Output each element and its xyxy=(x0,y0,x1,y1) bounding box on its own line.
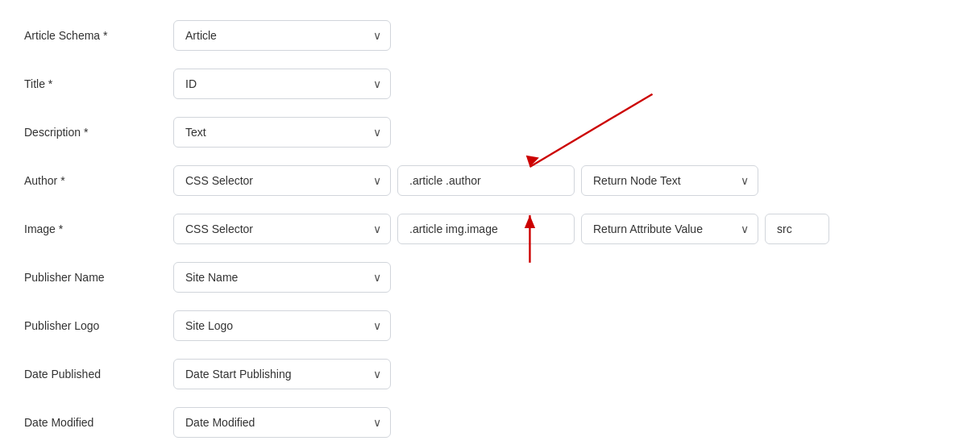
controls-description: TextIDCSS Selector∨ xyxy=(173,117,956,148)
form-container: Article Schema *ArticleNewsArticleBlogPo… xyxy=(24,16,956,442)
text-input-author-1[interactable] xyxy=(397,165,575,196)
label-date-modified: Date Modified xyxy=(24,416,173,429)
form-row-author: Author *CSS SelectorTextID∨Return Node T… xyxy=(24,161,956,200)
controls-author: CSS SelectorTextID∨Return Node TextRetur… xyxy=(173,165,956,196)
controls-date-published: Date Start PublishingCSS Selector∨ xyxy=(173,359,956,389)
form-row-title: Title *IDTextCSS Selector∨ xyxy=(24,64,956,103)
select-wrapper-publisher-name-0: Site NameCSS SelectorText∨ xyxy=(173,262,391,293)
select-date-modified-0[interactable]: Date ModifiedCSS Selector xyxy=(173,407,391,438)
select-title-0[interactable]: IDTextCSS Selector xyxy=(173,69,391,99)
select-wrapper-author-2: Return Node TextReturn Attribute Value∨ xyxy=(581,165,758,196)
controls-title: IDTextCSS Selector∨ xyxy=(173,69,956,99)
text-input-image-3[interactable] xyxy=(765,214,829,244)
select-wrapper-image-0: CSS SelectorTextID∨ xyxy=(173,214,391,244)
label-date-published: Date Published xyxy=(24,368,173,381)
text-input-image-1[interactable] xyxy=(397,214,575,244)
label-publisher-name: Publisher Name xyxy=(24,271,173,284)
form-row-image: Image *CSS SelectorTextID∨Return Attribu… xyxy=(24,210,956,248)
label-article-schema: Article Schema * xyxy=(24,29,173,42)
label-author: Author * xyxy=(24,174,173,187)
select-description-0[interactable]: TextIDCSS Selector xyxy=(173,117,391,148)
select-image-2[interactable]: Return Attribute ValueReturn Node Text xyxy=(581,214,758,244)
controls-publisher-logo: Site LogoCSS SelectorText∨ xyxy=(173,310,956,341)
select-author-2[interactable]: Return Node TextReturn Attribute Value xyxy=(581,165,758,196)
select-wrapper-description-0: TextIDCSS Selector∨ xyxy=(173,117,391,148)
select-wrapper-article-schema-0: ArticleNewsArticleBlogPosting∨ xyxy=(173,20,391,51)
label-image: Image * xyxy=(24,222,173,235)
select-date-published-0[interactable]: Date Start PublishingCSS Selector xyxy=(173,359,391,389)
select-wrapper-author-0: CSS SelectorTextID∨ xyxy=(173,165,391,196)
select-article-schema-0[interactable]: ArticleNewsArticleBlogPosting xyxy=(173,20,391,51)
form-row-date-modified: Date ModifiedDate ModifiedCSS Selector∨ xyxy=(24,403,956,442)
select-image-0[interactable]: CSS SelectorTextID xyxy=(173,214,391,244)
select-publisher-logo-0[interactable]: Site LogoCSS SelectorText xyxy=(173,310,391,341)
select-wrapper-title-0: IDTextCSS Selector∨ xyxy=(173,69,391,99)
form-row-description: Description *TextIDCSS Selector∨ xyxy=(24,113,956,152)
select-author-0[interactable]: CSS SelectorTextID xyxy=(173,165,391,196)
label-description: Description * xyxy=(24,126,173,139)
label-title: Title * xyxy=(24,77,173,90)
controls-publisher-name: Site NameCSS SelectorText∨ xyxy=(173,262,956,293)
form-row-article-schema: Article Schema *ArticleNewsArticleBlogPo… xyxy=(24,16,956,55)
label-publisher-logo: Publisher Logo xyxy=(24,319,173,332)
select-wrapper-date-published-0: Date Start PublishingCSS Selector∨ xyxy=(173,359,391,389)
select-wrapper-date-modified-0: Date ModifiedCSS Selector∨ xyxy=(173,407,391,438)
controls-article-schema: ArticleNewsArticleBlogPosting∨ xyxy=(173,20,956,51)
form-rows: Article Schema *ArticleNewsArticleBlogPo… xyxy=(24,16,956,442)
select-wrapper-publisher-logo-0: Site LogoCSS SelectorText∨ xyxy=(173,310,391,341)
select-publisher-name-0[interactable]: Site NameCSS SelectorText xyxy=(173,262,391,293)
form-row-publisher-logo: Publisher LogoSite LogoCSS SelectorText∨ xyxy=(24,306,956,345)
form-row-publisher-name: Publisher NameSite NameCSS SelectorText∨ xyxy=(24,258,956,297)
select-wrapper-image-2: Return Attribute ValueReturn Node Text∨ xyxy=(581,214,758,244)
controls-image: CSS SelectorTextID∨Return Attribute Valu… xyxy=(173,214,956,244)
controls-date-modified: Date ModifiedCSS Selector∨ xyxy=(173,407,956,438)
form-row-date-published: Date PublishedDate Start PublishingCSS S… xyxy=(24,355,956,393)
